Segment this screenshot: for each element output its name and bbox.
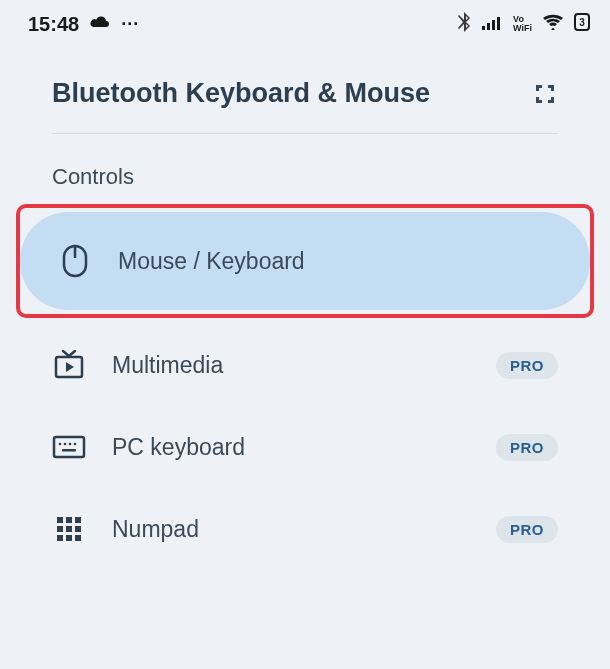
svg-rect-17 [75, 517, 81, 523]
svg-rect-18 [57, 526, 63, 532]
fullscreen-button[interactable] [532, 81, 558, 107]
svg-rect-16 [66, 517, 72, 523]
cloud-icon [89, 14, 111, 34]
highlight-wrapper: Mouse / Keyboard [14, 212, 596, 310]
control-label: Multimedia [112, 352, 470, 379]
svg-rect-15 [57, 517, 63, 523]
svg-rect-1 [487, 23, 490, 30]
bluetooth-icon [457, 12, 471, 36]
svg-rect-14 [62, 449, 76, 452]
svg-text:3: 3 [579, 17, 585, 28]
svg-rect-23 [75, 535, 81, 541]
status-time: 15:48 [28, 13, 79, 36]
fullscreen-icon [533, 82, 557, 106]
svg-point-12 [69, 443, 72, 446]
controls-list: Mouse / Keyboard Multimedia PRO PC keybo… [0, 212, 610, 570]
svg-rect-9 [54, 437, 84, 457]
svg-rect-20 [75, 526, 81, 532]
keyboard-icon [52, 430, 86, 464]
signal-icon [481, 14, 503, 34]
pro-badge: PRO [496, 434, 558, 461]
pro-badge: PRO [496, 352, 558, 379]
status-left: 15:48 ··· [28, 13, 139, 36]
svg-rect-2 [492, 20, 495, 30]
mouse-icon [58, 244, 92, 278]
svg-rect-22 [66, 535, 72, 541]
control-mouse-keyboard[interactable]: Mouse / Keyboard [20, 212, 590, 310]
svg-point-13 [74, 443, 77, 446]
battery-icon: 3 [574, 13, 590, 35]
page-header: Bluetooth Keyboard & Mouse [0, 48, 610, 133]
tv-play-icon [52, 348, 86, 382]
control-pc-keyboard[interactable]: PC keyboard PRO [8, 406, 602, 488]
status-bar: 15:48 ··· VoWiFi 3 [0, 0, 610, 48]
control-multimedia[interactable]: Multimedia PRO [8, 324, 602, 406]
svg-rect-19 [66, 526, 72, 532]
wifi-icon [542, 14, 564, 34]
control-numpad[interactable]: Numpad PRO [8, 488, 602, 570]
control-label: PC keyboard [112, 434, 470, 461]
control-label: Numpad [112, 516, 470, 543]
svg-rect-0 [482, 26, 485, 30]
control-label: Mouse / Keyboard [118, 248, 552, 275]
svg-point-10 [59, 443, 62, 446]
section-title: Controls [0, 134, 610, 212]
svg-point-11 [64, 443, 67, 446]
status-right: VoWiFi 3 [457, 12, 590, 36]
grid-icon [52, 512, 86, 546]
page-title: Bluetooth Keyboard & Mouse [52, 78, 430, 109]
svg-rect-21 [57, 535, 63, 541]
svg-rect-3 [497, 17, 500, 30]
pro-badge: PRO [496, 516, 558, 543]
vowifi-icon: VoWiFi [513, 15, 532, 33]
more-icon: ··· [121, 14, 139, 35]
